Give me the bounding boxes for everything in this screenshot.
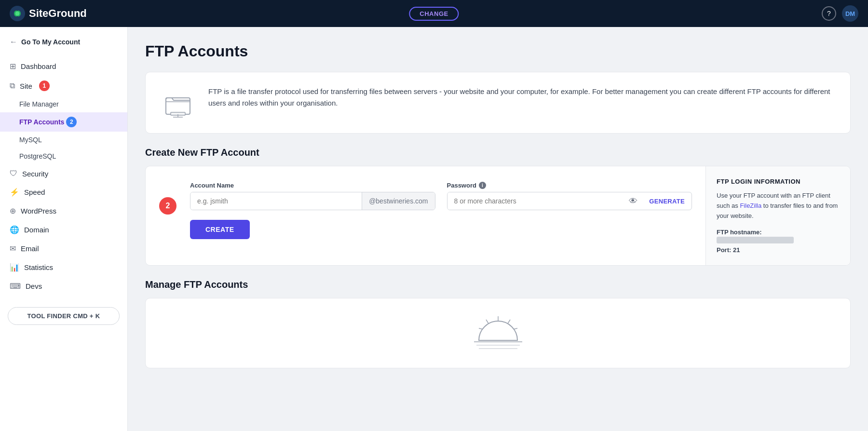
- account-name-group: Account Name @bestwineries.com: [190, 182, 435, 210]
- password-info-icon[interactable]: i: [479, 182, 486, 189]
- ftp-badge: 2: [66, 117, 77, 127]
- password-label: Password i: [447, 182, 692, 189]
- sidebar-item-file-manager[interactable]: File Manager: [0, 96, 127, 112]
- change-button[interactable]: CHANGE: [409, 7, 459, 21]
- password-toggle-icon[interactable]: 👁: [624, 192, 642, 210]
- account-domain: @bestwineries.com: [362, 192, 434, 210]
- step-badge: 2: [159, 197, 176, 215]
- header-right: ? DM: [822, 5, 858, 22]
- mail-icon: ✉: [10, 244, 16, 253]
- sidebar-item-site[interactable]: ⧉ Site 1: [0, 76, 127, 96]
- ftp-illustration: [161, 86, 195, 120]
- sub-nav: File Manager FTP Accounts 2 MySQL Postgr…: [0, 96, 127, 164]
- sidebar-item-dashboard[interactable]: ⊞ Dashboard: [0, 57, 127, 76]
- manage-card: [145, 298, 851, 368]
- grid-icon: ⊞: [10, 62, 16, 71]
- info-description: FTP is a file transfer protocol used for…: [208, 86, 835, 109]
- ftp-port: Port: 21: [717, 246, 840, 254]
- info-card: FTP is a file transfer protocol used for…: [145, 72, 851, 134]
- sidebar: ← Go To My Account ⊞ Dashboard ⧉ Site 1 …: [0, 27, 128, 431]
- ftp-login-title: FTP LOGIN INFORMATION: [717, 178, 840, 185]
- generate-button[interactable]: GENERATE: [642, 192, 692, 210]
- ftp-accounts-label: FTP Accounts: [19, 118, 64, 126]
- sidebar-item-label: Speed: [24, 188, 45, 196]
- form-row: Account Name @bestwineries.com Password …: [190, 182, 692, 210]
- account-name-input[interactable]: [190, 192, 362, 210]
- mysql-label: MySQL: [19, 136, 42, 144]
- avatar[interactable]: DM: [842, 5, 858, 22]
- layout: ← Go To My Account ⊞ Dashboard ⧉ Site 1 …: [0, 27, 868, 431]
- sidebar-item-label: Devs: [26, 282, 42, 290]
- password-input[interactable]: [448, 192, 624, 210]
- back-link-label: Go To My Account: [21, 38, 80, 46]
- sidebar-item-wordpress[interactable]: ⊕ WordPress: [0, 202, 127, 220]
- svg-line-7: [508, 320, 510, 323]
- password-group: Password i 👁 GENERATE: [447, 182, 692, 210]
- site-badge: 1: [39, 81, 50, 91]
- sidebar-item-postgresql[interactable]: PostgreSQL: [0, 148, 127, 164]
- zap-icon: ⚡: [10, 188, 19, 197]
- ftp-login-info: FTP LOGIN INFORMATION Use your FTP accou…: [705, 166, 850, 265]
- hostname-value: [717, 237, 794, 243]
- sidebar-item-label: Statistics: [24, 263, 53, 271]
- postgresql-label: PostgreSQL: [19, 152, 56, 160]
- filezilla-link[interactable]: FileZilla: [740, 202, 761, 209]
- sidebar-item-devs[interactable]: ⌨ Devs: [0, 277, 127, 296]
- create-form: Account Name @bestwineries.com Password …: [190, 182, 692, 250]
- code-icon: ⌨: [10, 282, 21, 291]
- logo-text: SiteGround: [29, 7, 87, 20]
- header: SiteGround CHANGE ? DM: [0, 0, 868, 27]
- account-name-label: Account Name: [190, 182, 435, 189]
- account-input-wrap: @bestwineries.com: [190, 192, 435, 210]
- create-card: 2 Account Name @bestwineries.com Pa: [145, 166, 851, 266]
- password-input-wrap: 👁 GENERATE: [447, 192, 692, 210]
- back-arrow-icon: ←: [10, 38, 17, 46]
- logo: SiteGround: [10, 6, 87, 21]
- svg-line-9: [486, 320, 488, 323]
- sun-illustration: [454, 298, 542, 368]
- shield-icon: 🛡: [10, 169, 17, 178]
- create-button[interactable]: CREATE: [190, 220, 250, 239]
- sidebar-item-label: Domain: [24, 226, 49, 234]
- nav-section: ⊞ Dashboard ⧉ Site 1 File Manager FTP Ac…: [0, 55, 127, 297]
- sidebar-item-statistics[interactable]: 📊 Statistics: [0, 258, 127, 277]
- create-section-title: Create New FTP Account: [145, 147, 851, 158]
- layers-icon: ⧉: [10, 81, 15, 90]
- main-content: FTP Accounts FTP is a file transfer prot…: [128, 27, 868, 431]
- manage-section-title: Manage FTP Accounts: [145, 279, 851, 290]
- ftp-login-description: Use your FTP account with an FTP client …: [717, 191, 840, 221]
- sidebar-item-ftp-accounts[interactable]: FTP Accounts 2: [0, 112, 127, 132]
- sidebar-item-label: Security: [22, 170, 48, 178]
- sidebar-item-label: WordPress: [21, 207, 56, 215]
- page-title: FTP Accounts: [145, 42, 851, 60]
- sidebar-item-speed[interactable]: ⚡ Speed: [0, 183, 127, 202]
- sidebar-item-label: Dashboard: [21, 62, 56, 70]
- bar-chart-icon: 📊: [10, 263, 19, 272]
- globe-icon: 🌐: [10, 225, 19, 234]
- file-manager-label: File Manager: [19, 100, 59, 108]
- svg-point-1: [15, 12, 20, 16]
- sidebar-item-security[interactable]: 🛡 Security: [0, 164, 127, 183]
- sidebar-item-label: Email: [21, 244, 39, 253]
- sidebar-item-domain[interactable]: 🌐 Domain: [0, 220, 127, 239]
- sidebar-item-label: Site: [20, 82, 32, 90]
- sidebar-item-mysql[interactable]: MySQL: [0, 132, 127, 148]
- wordpress-icon: ⊕: [10, 206, 16, 216]
- tool-finder-button[interactable]: TOOL FINDER CMD + K: [8, 307, 120, 325]
- header-center: CHANGE: [409, 7, 459, 21]
- sidebar-item-email[interactable]: ✉ Email: [0, 239, 127, 258]
- ftp-hostname: FTP hostname:: [717, 229, 840, 243]
- back-link[interactable]: ← Go To My Account: [0, 27, 127, 55]
- help-button[interactable]: ?: [822, 6, 836, 21]
